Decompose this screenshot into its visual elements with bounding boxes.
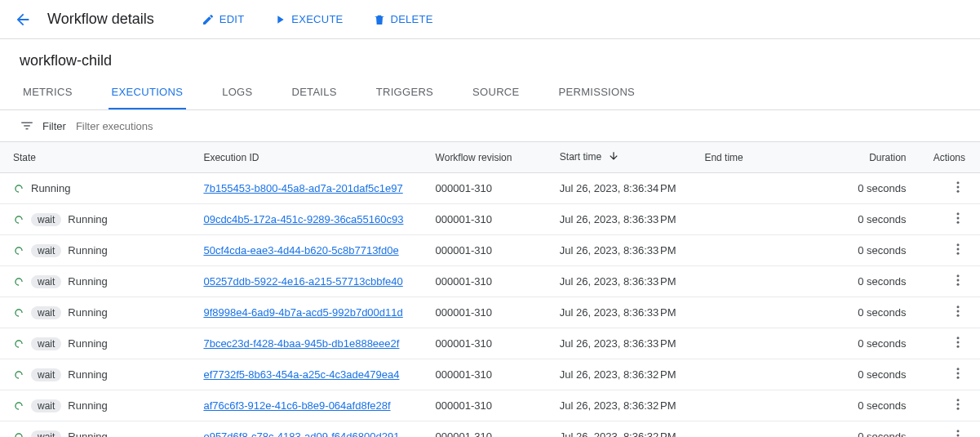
execution-id-link[interactable]: e957d6f8-c78c-4183-ad09-f64d6800d291: [203, 430, 399, 437]
table-row[interactable]: waitRunninge957d6f8-c78c-4183-ad09-f64d6…: [0, 421, 980, 438]
table-row[interactable]: Running7b155453-b800-45a8-ad7a-201daf5c1…: [0, 173, 980, 204]
revision-cell: 000001-310: [423, 235, 547, 266]
more-icon[interactable]: [951, 366, 965, 381]
execute-button[interactable]: Execute: [265, 8, 351, 31]
end-cell: [691, 421, 836, 438]
execution-id-link[interactable]: 9f8998e4-6ad9-4b7a-acd5-992b7d00d11d: [203, 306, 402, 319]
col-duration[interactable]: Duration: [836, 142, 919, 173]
more-icon[interactable]: [951, 428, 965, 437]
svg-point-2: [957, 190, 960, 193]
svg-point-14: [957, 314, 960, 317]
col-start-label: Start time: [560, 151, 601, 163]
more-icon[interactable]: [951, 397, 965, 412]
svg-point-24: [957, 430, 960, 432]
running-spinner-icon: [13, 400, 24, 412]
revision-cell: 000001-310: [423, 359, 547, 390]
execution-id-link[interactable]: ef7732f5-8b63-454a-a25c-4c3ade479ea4: [203, 368, 399, 381]
svg-point-22: [957, 404, 960, 406]
table-row[interactable]: waitRunning9f8998e4-6ad9-4b7a-acd5-992b7…: [0, 297, 980, 328]
svg-point-0: [957, 181, 960, 184]
execution-id-link[interactable]: 05257ddb-5922-4e16-a215-57713cbbfe40: [203, 275, 402, 288]
duration-cell: 0 seconds: [836, 421, 919, 438]
duration-cell: 0 seconds: [836, 173, 919, 204]
page-title: Workflow details: [47, 11, 154, 28]
wait-chip: wait: [31, 430, 61, 438]
edit-button[interactable]: Edit: [193, 8, 253, 31]
wait-chip: wait: [31, 399, 61, 412]
execution-id-link[interactable]: 50cf4cda-eae3-4d44-b620-5c8b7713fd0e: [203, 244, 398, 256]
start-cell: Jul 26, 2023, 8:36:33 PM: [547, 204, 692, 235]
revision-cell: 000001-310: [423, 390, 547, 421]
tab-source[interactable]: SOURCE: [469, 76, 522, 109]
duration-cell: 0 seconds: [836, 390, 919, 421]
table-row[interactable]: waitRunningef7732f5-8b63-454a-a25c-4c3ad…: [0, 359, 980, 390]
more-icon[interactable]: [951, 211, 965, 225]
end-cell: [691, 359, 836, 390]
duration-cell: 0 seconds: [836, 297, 919, 328]
svg-point-3: [957, 212, 960, 215]
col-state[interactable]: State: [0, 142, 190, 173]
execution-id-link[interactable]: 7b155453-b800-45a8-ad7a-201daf5c1e97: [203, 182, 402, 194]
svg-point-12: [957, 305, 960, 308]
svg-point-15: [957, 337, 960, 339]
revision-cell: 000001-310: [423, 328, 547, 359]
running-spinner-icon: [13, 338, 24, 350]
more-icon[interactable]: [951, 304, 965, 319]
execute-button-label: Execute: [291, 13, 343, 25]
start-cell: Jul 26, 2023, 8:36:32 PM: [547, 421, 692, 438]
tab-details[interactable]: DETAILS: [288, 76, 339, 109]
col-actions: Actions: [920, 142, 981, 173]
revision-cell: 000001-310: [423, 297, 547, 328]
filter-input[interactable]: [74, 119, 960, 133]
more-icon[interactable]: [951, 242, 965, 256]
table-row[interactable]: waitRunning7bcec23d-f428-4baa-945b-db1e8…: [0, 328, 980, 359]
end-cell: [691, 235, 836, 266]
col-exec-id[interactable]: Execution ID: [190, 142, 422, 173]
trash-icon: [373, 13, 386, 26]
tab-logs[interactable]: LOGS: [219, 76, 255, 109]
state-label: Running: [68, 213, 107, 225]
edit-icon: [202, 13, 215, 26]
start-cell: Jul 26, 2023, 8:36:32 PM: [547, 359, 692, 390]
tab-metrics[interactable]: METRICS: [20, 76, 76, 109]
filter-icon: [20, 118, 34, 133]
tab-permissions[interactable]: PERMISSIONS: [556, 76, 639, 109]
tab-executions[interactable]: EXECUTIONS: [109, 76, 187, 109]
table-row[interactable]: waitRunningaf76c6f3-912e-41c6-b8e9-064af…: [0, 390, 980, 421]
svg-point-7: [957, 248, 960, 251]
table-header-row: State Execution ID Workflow revision Sta…: [0, 142, 980, 173]
delete-button[interactable]: Delete: [365, 8, 441, 31]
execution-id-link[interactable]: 7bcec23d-f428-4baa-945b-db1e888eee2f: [203, 337, 399, 350]
more-icon[interactable]: [951, 273, 965, 288]
running-spinner-icon: [13, 183, 24, 194]
end-cell: [691, 173, 836, 204]
col-end-time[interactable]: End time: [691, 142, 836, 173]
state-label: Running: [31, 182, 70, 194]
start-cell: Jul 26, 2023, 8:36:34 PM: [547, 173, 692, 204]
wait-chip: wait: [31, 275, 61, 288]
start-cell: Jul 26, 2023, 8:36:32 PM: [547, 390, 692, 421]
tab-triggers[interactable]: TRIGGERS: [373, 76, 437, 109]
table-row[interactable]: waitRunning05257ddb-5922-4e16-a215-57713…: [0, 266, 980, 297]
svg-point-8: [957, 252, 960, 255]
col-revision[interactable]: Workflow revision: [423, 142, 547, 173]
wait-chip: wait: [31, 244, 61, 257]
execution-id-link[interactable]: af76c6f3-912e-41c6-b8e9-064afd8fe28f: [203, 399, 390, 412]
revision-cell: 000001-310: [423, 266, 547, 297]
more-icon[interactable]: [951, 180, 965, 194]
end-cell: [691, 204, 836, 235]
col-start-time[interactable]: Start time: [547, 142, 692, 173]
end-cell: [691, 390, 836, 421]
state-label: Running: [68, 337, 107, 350]
svg-point-4: [957, 217, 960, 220]
svg-point-23: [957, 408, 960, 410]
svg-point-19: [957, 372, 960, 375]
table-row[interactable]: waitRunning50cf4cda-eae3-4d44-b620-5c8b7…: [0, 235, 980, 266]
filter-label: Filter: [42, 120, 66, 132]
back-button[interactable]: [13, 10, 33, 29]
table-row[interactable]: waitRunning09cdc4b5-172a-451c-9289-36ca5…: [0, 204, 980, 235]
duration-cell: 0 seconds: [836, 204, 919, 235]
more-icon[interactable]: [951, 335, 965, 350]
execution-id-link[interactable]: 09cdc4b5-172a-451c-9289-36ca55160c93: [203, 213, 403, 225]
topbar: Workflow details Edit Execute Delete: [0, 0, 980, 39]
